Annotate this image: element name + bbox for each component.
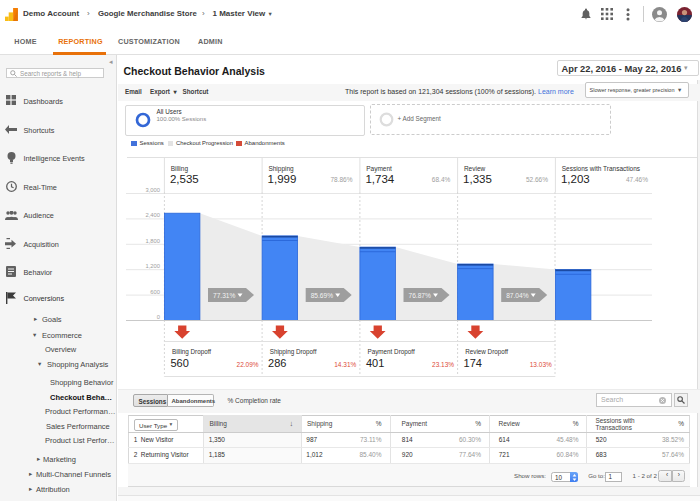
svg-text:600: 600 <box>150 289 160 295</box>
svg-text:2,400: 2,400 <box>145 212 160 218</box>
svg-text:3,000: 3,000 <box>145 187 160 193</box>
svg-text:0: 0 <box>157 314 160 320</box>
svg-text:77.31%: 77.31% <box>213 292 236 299</box>
svg-text:85.69%: 85.69% <box>311 292 334 299</box>
svg-text:76.87%: 76.87% <box>409 292 432 299</box>
svg-text:1,800: 1,800 <box>145 238 160 244</box>
svg-text:1,200: 1,200 <box>145 263 160 269</box>
svg-text:87.04%: 87.04% <box>506 292 529 299</box>
